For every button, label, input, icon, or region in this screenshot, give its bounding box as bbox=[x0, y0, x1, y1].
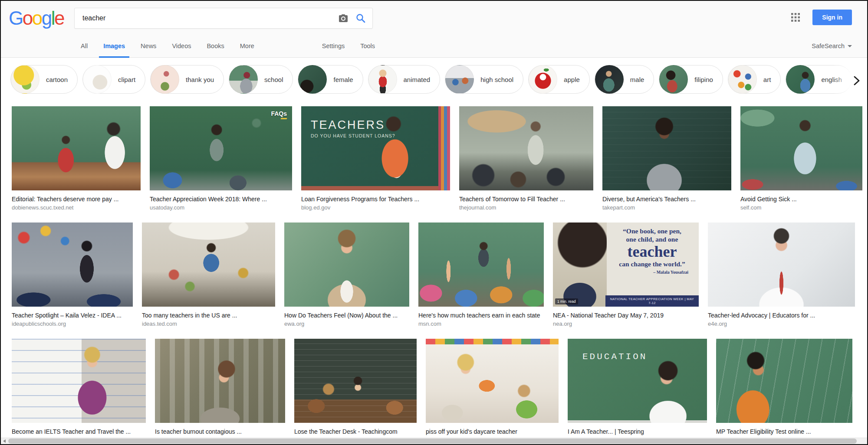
result-title[interactable]: Teacher Spotlight – Kaila Velez - IDEA .… bbox=[12, 312, 133, 319]
result-tile[interactable]: Is teacher burnout contagious ... msutod… bbox=[155, 339, 285, 443]
result-image[interactable] bbox=[12, 339, 146, 423]
result-image-nea-quote[interactable]: “One book, one pen, one child, and one t… bbox=[553, 222, 699, 307]
chip-female[interactable]: female bbox=[298, 65, 363, 94]
result-image[interactable] bbox=[142, 222, 275, 307]
scroll-left-arrow-icon[interactable] bbox=[1, 438, 8, 444]
chip-thumbnail bbox=[11, 65, 39, 94]
read-time-badge: 1 min. read bbox=[555, 298, 578, 304]
safesearch-menu[interactable]: SafeSearch bbox=[812, 35, 852, 57]
safesearch-label: SafeSearch bbox=[812, 43, 845, 49]
result-tile[interactable]: Diverse, but America's Teachers ... take… bbox=[602, 106, 731, 211]
tab-more[interactable]: More bbox=[232, 35, 262, 57]
result-title[interactable]: Loan Forgiveness Programs for Teachers .… bbox=[301, 196, 450, 203]
chip-art[interactable]: art bbox=[728, 65, 781, 94]
chip-high-school[interactable]: high school bbox=[445, 65, 523, 94]
tab-news[interactable]: News bbox=[133, 35, 164, 57]
result-title[interactable]: Too many teachers in the US are ... bbox=[142, 312, 275, 319]
result-title[interactable]: Diverse, but America's Teachers ... bbox=[602, 196, 731, 203]
chips-scroll-right-icon[interactable] bbox=[850, 74, 863, 87]
settings-menu[interactable]: Settings bbox=[314, 35, 352, 57]
result-tile[interactable]: TEACHERS DO YOU HAVE STUDENT LOANS? Loan… bbox=[301, 106, 450, 211]
tab-books[interactable]: Books bbox=[199, 35, 232, 57]
result-image[interactable] bbox=[459, 106, 593, 190]
results-grid: Editorial: Teachers deserve more pay ...… bbox=[1, 100, 867, 443]
result-title[interactable]: piss off your kid's daycare teacher bbox=[426, 428, 559, 435]
result-image[interactable] bbox=[426, 339, 559, 423]
tools-menu[interactable]: Tools bbox=[352, 35, 383, 57]
tab-videos[interactable]: Videos bbox=[164, 35, 199, 57]
result-image[interactable] bbox=[12, 106, 141, 190]
sign-in-button[interactable]: Sign in bbox=[812, 10, 852, 25]
result-tile[interactable]: Lose the Teacher Desk - Teachingcom teac… bbox=[294, 339, 417, 443]
tab-all[interactable]: All bbox=[73, 35, 95, 57]
result-image[interactable] bbox=[602, 106, 731, 190]
result-domain: usatoday.com bbox=[150, 204, 292, 211]
result-image[interactable] bbox=[294, 339, 417, 423]
search-icon[interactable] bbox=[355, 13, 366, 24]
result-title[interactable]: I Am A Teacher... | Teespring bbox=[568, 428, 707, 435]
result-image[interactable] bbox=[155, 339, 285, 423]
chip-thank-you[interactable]: thank you bbox=[150, 65, 224, 94]
result-tile[interactable]: Teacher Spotlight – Kaila Velez - IDEA .… bbox=[12, 222, 133, 327]
result-tile[interactable]: Too many teachers in the US are ... idea… bbox=[142, 222, 275, 327]
result-tile[interactable]: “One book, one pen, one child, and one t… bbox=[553, 222, 699, 327]
result-tile[interactable]: MP Teacher Eligibility Test online ... i… bbox=[716, 339, 852, 443]
chevron-down-icon bbox=[848, 45, 852, 47]
search-box[interactable] bbox=[74, 8, 373, 29]
result-image[interactable] bbox=[716, 339, 852, 423]
result-title[interactable]: MP Teacher Eligibility Test online ... bbox=[716, 428, 852, 435]
chip-apple[interactable]: apple bbox=[528, 65, 590, 94]
chip-thumbnail bbox=[659, 65, 688, 94]
image-overlay-text: TEACHERS DO YOU HAVE STUDENT LOANS? bbox=[311, 118, 395, 138]
result-domain: ideas.ted.com bbox=[142, 321, 275, 327]
chip-cartoon[interactable]: cartoon bbox=[10, 65, 78, 94]
camera-icon[interactable] bbox=[338, 13, 349, 24]
chip-male[interactable]: male bbox=[595, 65, 654, 94]
result-tile[interactable]: Become an IELTS Teacher and Travel the .… bbox=[12, 339, 146, 443]
result-tile[interactable]: How Do Teachers Feel (Now) About the ...… bbox=[284, 222, 409, 327]
result-title[interactable]: Avoid Getting Sick ... bbox=[740, 196, 862, 203]
result-title[interactable]: Teachers of Tomorrow to Fill Teacher ... bbox=[459, 196, 593, 203]
result-tile[interactable]: Avoid Getting Sick ... self.com bbox=[740, 106, 862, 211]
chip-animated[interactable]: animated bbox=[368, 65, 441, 94]
result-title[interactable]: Is teacher burnout contagious ... bbox=[155, 428, 285, 435]
chip-thumbnail bbox=[298, 65, 327, 94]
search-bar: Google Sign in bbox=[1, 1, 867, 35]
result-image[interactable] bbox=[284, 222, 409, 307]
result-tile[interactable]: Teacher-led Advocacy | Educators for ...… bbox=[708, 222, 855, 327]
google-logo[interactable]: Google bbox=[9, 7, 64, 29]
result-title[interactable]: Lose the Teacher Desk - Teachingcom bbox=[294, 428, 417, 435]
result-tile[interactable]: EDUCATION I Am A Teacher... | Teespring … bbox=[568, 339, 707, 443]
result-image[interactable]: FAQs bbox=[150, 106, 292, 190]
result-title[interactable]: NEA - National Teacher Day May 7, 2019 bbox=[553, 312, 699, 319]
horizontal-scrollbar[interactable] bbox=[1, 438, 867, 444]
result-domain: e4e.org bbox=[708, 321, 855, 327]
result-image[interactable] bbox=[418, 222, 544, 307]
result-tile[interactable]: piss off your kid's daycare teacher toda… bbox=[426, 339, 559, 443]
result-title[interactable]: Editorial: Teachers deserve more pay ... bbox=[12, 196, 141, 203]
apps-grid-icon[interactable] bbox=[790, 12, 801, 23]
result-tile[interactable]: Here's how much teachers earn in each st… bbox=[418, 222, 544, 327]
chip-clipart[interactable]: clipart bbox=[82, 65, 145, 94]
result-image[interactable]: TEACHERS DO YOU HAVE STUDENT LOANS? bbox=[301, 106, 450, 190]
result-title[interactable]: Become an IELTS Teacher and Travel the .… bbox=[12, 428, 146, 435]
search-input[interactable] bbox=[82, 14, 332, 22]
result-image[interactable] bbox=[740, 106, 862, 190]
result-title[interactable]: Teacher-led Advocacy | Educators for ... bbox=[708, 312, 855, 319]
result-tile[interactable]: Editorial: Teachers deserve more pay ...… bbox=[12, 106, 141, 211]
result-title[interactable]: Teacher Appreciation Week 2018: Where ..… bbox=[150, 196, 292, 203]
result-domain: self.com bbox=[740, 204, 862, 211]
result-tile[interactable]: FAQs Teacher Appreciation Week 2018: Whe… bbox=[150, 106, 292, 211]
result-title[interactable]: How Do Teachers Feel (Now) About the ... bbox=[284, 312, 409, 319]
result-image[interactable]: EDUCATION bbox=[568, 339, 707, 423]
result-image[interactable] bbox=[708, 222, 855, 307]
result-title[interactable]: Here's how much teachers earn in each st… bbox=[418, 312, 544, 319]
tab-images[interactable]: Images bbox=[95, 35, 133, 57]
header: Google Sign in All Images News bbox=[1, 1, 867, 58]
result-tile[interactable]: Teachers of Tomorrow to Fill Teacher ...… bbox=[459, 106, 593, 211]
chip-filipino[interactable]: filipino bbox=[659, 65, 723, 94]
chip-english[interactable]: english bbox=[786, 65, 852, 94]
scrollbar-thumb[interactable] bbox=[8, 438, 857, 444]
chip-school[interactable]: school bbox=[229, 65, 293, 94]
result-image[interactable] bbox=[12, 222, 133, 307]
